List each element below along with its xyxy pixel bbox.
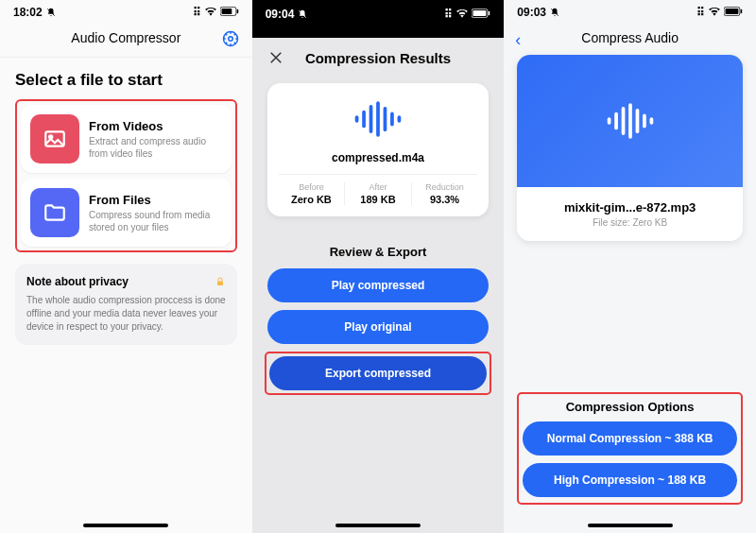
page-title: Compress Audio: [581, 30, 679, 45]
screen-select-file: 18:02 ⠿ Audio Compressor Select a file t…: [0, 0, 252, 533]
wifi-icon: [708, 6, 721, 19]
file-size: File size: Zero KB: [526, 217, 733, 228]
play-original-button[interactable]: Play original: [267, 310, 490, 344]
status-time: 18:02: [13, 6, 43, 19]
svg-rect-2: [221, 9, 232, 14]
app-header: ‹ Compress Audio: [504, 21, 756, 55]
hero-info: mixkit-gim...e-872.mp3 File size: Zero K…: [517, 187, 743, 241]
svg-rect-22: [726, 9, 739, 14]
audio-wave-icon: [604, 102, 657, 140]
svg-rect-29: [643, 114, 646, 129]
home-indicator[interactable]: [83, 524, 168, 527]
svg-rect-26: [621, 107, 625, 135]
hero-gradient: [517, 55, 743, 187]
wifi-icon: [455, 8, 469, 21]
svg-rect-24: [607, 117, 610, 124]
stat-before: Before Zero KB: [279, 182, 345, 205]
status-bar: 09:04 ⠿: [252, 0, 505, 38]
app-header: Audio Compressor: [0, 21, 252, 58]
svg-rect-23: [741, 9, 743, 14]
section-heading: Select a file to start: [0, 58, 252, 99]
home-indicator[interactable]: [335, 524, 421, 527]
action-buttons: Play compressed Play original Export com…: [252, 268, 505, 395]
status-bar: 09:03 ⠿: [504, 0, 756, 21]
option-title: From Videos: [89, 119, 222, 133]
bell-slash-icon: [298, 9, 307, 19]
privacy-note-card: Note about privacy The whole audio compr…: [15, 264, 237, 345]
normal-compression-button[interactable]: Normal Compression ~ 388 KB: [523, 421, 737, 456]
option-subtitle: Compress sound from media stored on your…: [89, 209, 222, 233]
svg-rect-8: [217, 282, 223, 286]
stats-row: Before Zero KB After 189 KB Reduction 93…: [279, 174, 478, 205]
option-from-videos[interactable]: From Videos Extract and compress audio f…: [21, 105, 232, 173]
status-bar: 18:02 ⠿: [0, 0, 252, 21]
svg-rect-11: [473, 10, 487, 16]
svg-rect-13: [355, 115, 359, 122]
svg-rect-17: [384, 107, 387, 131]
svg-rect-15: [369, 105, 373, 133]
svg-rect-27: [628, 103, 632, 138]
svg-rect-28: [635, 109, 639, 133]
screen-compress-audio: 09:03 ⠿ ‹ Compress Audio: [504, 0, 756, 533]
battery-icon: [724, 6, 743, 19]
option-from-files[interactable]: From Files Compress sound from media sto…: [21, 179, 232, 247]
signal-icon: ⠿: [193, 6, 201, 19]
modal-header: Compression Results: [252, 38, 505, 74]
status-time: 09:04: [266, 8, 295, 21]
bell-slash-icon: [46, 8, 56, 17]
svg-rect-14: [362, 111, 366, 129]
screen-compression-results: 09:04 ⠿ Compression Results compressed.m…: [252, 0, 505, 533]
export-highlight: Export compressed: [265, 352, 492, 395]
svg-rect-12: [489, 11, 490, 16]
folder-icon: [30, 188, 79, 237]
back-chevron-icon[interactable]: ‹: [515, 30, 521, 50]
high-compression-button[interactable]: High Compression ~ 188 KB: [523, 463, 737, 497]
file-hero-card: mixkit-gim...e-872.mp3 File size: Zero K…: [517, 55, 743, 241]
status-time: 09:03: [517, 6, 546, 19]
lock-icon: [215, 276, 226, 287]
signal-icon: ⠿: [444, 8, 453, 21]
result-filename: compressed.m4a: [279, 151, 478, 164]
export-compressed-button[interactable]: Export compressed: [269, 356, 488, 390]
battery-icon: [472, 8, 490, 21]
svg-rect-30: [649, 117, 653, 124]
options-highlight: Compression Options Normal Compression ~…: [517, 392, 743, 505]
review-export-heading: Review & Export: [252, 245, 505, 259]
svg-point-5: [228, 37, 232, 42]
svg-rect-25: [614, 112, 618, 130]
result-card: compressed.m4a Before Zero KB After 189 …: [267, 83, 490, 216]
svg-rect-18: [390, 112, 394, 127]
svg-rect-3: [236, 9, 238, 14]
bell-slash-icon: [550, 8, 559, 17]
option-title: From Files: [89, 193, 222, 207]
options-heading: Compression Options: [523, 398, 737, 414]
svg-rect-16: [376, 101, 380, 136]
wifi-icon: [204, 6, 217, 19]
compression-options-section: Compression Options Normal Compression ~…: [504, 392, 756, 505]
option-subtitle: Extract and compress audio from video fi…: [89, 135, 222, 160]
page-title: Audio Compressor: [71, 30, 180, 45]
gear-icon[interactable]: [222, 30, 239, 47]
home-indicator[interactable]: [588, 524, 673, 527]
svg-rect-19: [398, 115, 402, 122]
play-compressed-button[interactable]: Play compressed: [267, 268, 490, 302]
privacy-text: The whole audio compression proccess is …: [26, 294, 226, 334]
stat-reduction: Reduction 93.3%: [411, 182, 478, 205]
battery-icon: [220, 6, 239, 19]
stat-after: After 189 KB: [344, 182, 411, 205]
file-source-options: From Videos Extract and compress audio f…: [15, 99, 237, 252]
audio-wave-icon: [352, 100, 404, 138]
image-icon: [30, 114, 79, 163]
signal-icon: ⠿: [696, 6, 705, 19]
file-name: mixkit-gim...e-872.mp3: [526, 200, 733, 215]
privacy-title: Note about privacy: [26, 275, 129, 288]
modal-title: Compression Results: [267, 50, 490, 66]
